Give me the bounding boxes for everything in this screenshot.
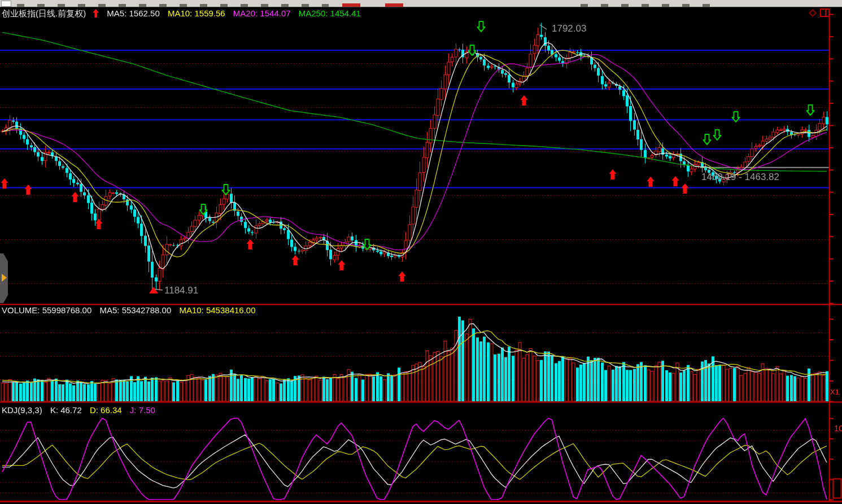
kdj-scale-label: 100 — [834, 423, 842, 433]
kdj-name: KDJ(9,3,3) — [2, 405, 42, 415]
chart-canvas[interactable] — [0, 0, 842, 504]
up-arrow-icon — [93, 9, 99, 17]
toolbar-menu-items-clipped — [17, 4, 329, 7]
low-price-label: 1184.91 — [164, 285, 198, 296]
toolbar-red-item-clipped[interactable] — [385, 3, 403, 7]
stock-app-screen: { "header": { "symbol": "创业板指(日线.前复权)", … — [0, 0, 842, 504]
expand-arrow-icon — [2, 274, 7, 282]
gap-range-label: 1460.19 - 1463.82 — [701, 172, 779, 183]
window-restore-icon-bar — [825, 10, 826, 16]
kdj-d-value: D: 66.34 — [90, 405, 122, 415]
ma5-value: MA5: 1562.50 — [107, 8, 159, 18]
ma20-value: MA20: 1544.07 — [233, 8, 291, 18]
kdj-j-value: J: 7.50 — [130, 405, 155, 415]
top-toolbar[interactable] — [0, 0, 842, 7]
volume-scale-label: X1 — [830, 388, 839, 396]
toolbar-right-items-clipped — [581, 4, 719, 7]
main-chart-header: 创业板指(日线.前复权) MA5: 1562.50 MA10: 1559.56 … — [2, 8, 367, 19]
kdj-k-value: K: 46.72 — [50, 405, 82, 415]
ma10-value: MA10: 1559.56 — [168, 8, 225, 18]
sidebar-expand-handle[interactable] — [0, 253, 8, 303]
volume-value: VOLUME: 55998768.00 — [2, 305, 91, 315]
ma250-value: MA250: 1454.41 — [299, 8, 361, 18]
volume-header: VOLUME: 55998768.00 MA5: 55342788.00 MA1… — [2, 305, 261, 315]
kdj-header: KDJ(9,3,3) K: 46.72 D: 66.34 J: 7.50 — [2, 405, 161, 415]
volume-ma10-value: MA10: 54538416.00 — [179, 305, 255, 315]
symbol-title: 创业板指(日线.前复权) — [2, 8, 86, 18]
window-restore-icon[interactable] — [820, 8, 830, 17]
toolbar-button[interactable] — [1, 1, 11, 7]
volume-ma5-value: MA5: 55342788.00 — [99, 305, 171, 315]
toolbar-red-item-clipped[interactable] — [342, 3, 360, 7]
peak-price-label: 1792.03 — [552, 23, 586, 34]
